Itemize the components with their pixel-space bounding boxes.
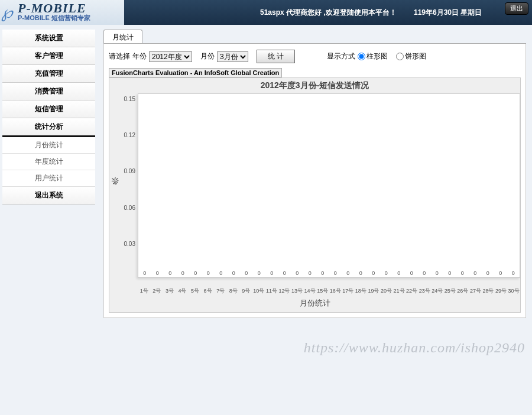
data-label: 0 bbox=[253, 270, 266, 276]
x-tick: 24号 bbox=[431, 288, 444, 294]
data-label: 0 bbox=[406, 270, 419, 276]
radio-pie-input[interactable] bbox=[396, 53, 404, 60]
x-tick: 11号 bbox=[265, 288, 278, 294]
sidebar-item-consume[interactable]: 消费管理 bbox=[2, 83, 95, 100]
radio-bar-input[interactable] bbox=[358, 53, 365, 60]
logo-area: ℘ P-MOBILE P-MOBILE 短信营销专家 bbox=[0, 0, 124, 25]
data-label: 0 bbox=[291, 270, 304, 276]
data-label: 0 bbox=[164, 270, 177, 276]
data-label: 0 bbox=[278, 270, 291, 276]
radio-bar[interactable]: 柱形图 bbox=[358, 51, 388, 61]
data-label: 0 bbox=[202, 270, 215, 276]
x-tick: 29号 bbox=[495, 288, 508, 294]
data-label: 0 bbox=[355, 270, 368, 276]
data-label: 0 bbox=[329, 270, 342, 276]
year-select[interactable]: 2012年度 bbox=[149, 51, 192, 62]
main: 月统计 请选择 年份 2012年度 月份 3月份 统 计 显示方式 柱形图 饼形… bbox=[98, 25, 532, 415]
data-label: 0 bbox=[240, 270, 253, 276]
data-label: 0 bbox=[304, 270, 317, 276]
x-tick: 3号 bbox=[163, 288, 176, 294]
stat-button[interactable]: 统 计 bbox=[257, 50, 295, 63]
x-tick: 10号 bbox=[252, 288, 265, 294]
month-label: 月份 bbox=[200, 51, 215, 61]
x-tick: 5号 bbox=[189, 288, 202, 294]
x-tick: 12号 bbox=[278, 288, 291, 294]
welcome-text: 51aspx 代理商您好 ,欢迎登陆使用本平台！ bbox=[260, 8, 397, 18]
data-label: 0 bbox=[189, 270, 202, 276]
x-tick: 18号 bbox=[355, 288, 368, 294]
sidebar-item-sms[interactable]: 短信管理 bbox=[2, 100, 95, 118]
x-tick: 30号 bbox=[507, 288, 520, 294]
tab-month-stats[interactable]: 月统计 bbox=[103, 30, 142, 43]
submenu-month[interactable]: 月份统计 bbox=[2, 137, 95, 154]
data-label: 0 bbox=[380, 270, 393, 276]
logo-main: P-MOBILE bbox=[18, 2, 124, 14]
sidebar-item-customer[interactable]: 客户管理 bbox=[2, 47, 95, 65]
data-label: 0 bbox=[177, 270, 190, 276]
x-tick: 14号 bbox=[303, 288, 316, 294]
sidebar-item-stats[interactable]: 统计分析 bbox=[2, 118, 95, 137]
filter-row: 请选择 年份 2012年度 月份 3月份 统 计 显示方式 柱形图 饼形图 bbox=[109, 48, 521, 68]
radio-pie[interactable]: 饼形图 bbox=[396, 51, 426, 61]
x-tick: 6号 bbox=[202, 288, 215, 294]
x-tick: 13号 bbox=[291, 288, 304, 294]
data-label: 0 bbox=[138, 270, 151, 276]
date-text: 119年6月30日 星期日 bbox=[414, 8, 482, 18]
data-label: 0 bbox=[431, 270, 444, 276]
x-tick: 28号 bbox=[482, 288, 495, 294]
tabs: 月统计 bbox=[103, 30, 526, 44]
chart-title: 2012年度3月份-短信发送情况 bbox=[109, 78, 520, 93]
sidebar-item-exit[interactable]: 退出系统 bbox=[2, 187, 95, 205]
x-tick: 26号 bbox=[456, 288, 469, 294]
x-tick: 9号 bbox=[240, 288, 253, 294]
data-label: 0 bbox=[418, 270, 431, 276]
x-tick: 22号 bbox=[406, 288, 419, 294]
data-label: 0 bbox=[228, 270, 241, 276]
header: ℘ P-MOBILE P-MOBILE 短信营销专家 51aspx 代理商您好 … bbox=[0, 0, 532, 25]
data-label: 0 bbox=[494, 270, 507, 276]
submenu-user[interactable]: 用户统计 bbox=[2, 170, 95, 187]
sidebar: 系统设置 客户管理 充值管理 消费管理 短信管理 统计分析 月份统计 年度统计 … bbox=[0, 25, 98, 415]
data-label: 0 bbox=[367, 270, 380, 276]
chart: 2012年度3月份-短信发送情况 条 0.15 0.12 0.09 0.06 0… bbox=[109, 77, 521, 313]
data-label: 0 bbox=[443, 270, 456, 276]
x-tick: 1号 bbox=[138, 288, 151, 294]
data-label: 0 bbox=[215, 270, 228, 276]
data-label: 0 bbox=[265, 270, 278, 276]
month-select[interactable]: 3月份 bbox=[217, 51, 248, 62]
chart-eval-banner: FusionCharts Evaluation - An InfoSoft Gl… bbox=[109, 68, 282, 77]
x-tick: 17号 bbox=[342, 288, 355, 294]
sidebar-item-recharge[interactable]: 充值管理 bbox=[2, 65, 95, 83]
display-label: 显示方式 bbox=[327, 51, 355, 61]
data-label: 0 bbox=[507, 270, 520, 276]
data-label: 0 bbox=[469, 270, 482, 276]
year-label: 年份 bbox=[132, 51, 147, 61]
x-tick: 19号 bbox=[367, 288, 380, 294]
x-tick: 21号 bbox=[392, 288, 406, 294]
x-tick: 15号 bbox=[316, 288, 329, 294]
logout-button[interactable]: 退出 bbox=[505, 2, 528, 15]
data-label: 0 bbox=[342, 270, 355, 276]
filter-prompt: 请选择 bbox=[109, 51, 130, 61]
plot-area: 000000000000000000000000000000 bbox=[138, 93, 520, 278]
x-tick: 7号 bbox=[214, 288, 227, 294]
submenu-year[interactable]: 年度统计 bbox=[2, 154, 95, 170]
x-tick: 25号 bbox=[444, 288, 457, 294]
data-label: 0 bbox=[392, 270, 406, 276]
sidebar-item-system[interactable]: 系统设置 bbox=[2, 30, 95, 47]
data-label: 0 bbox=[482, 270, 495, 276]
x-tick: 4号 bbox=[176, 288, 189, 294]
x-tick: 27号 bbox=[469, 288, 482, 294]
x-tick: 23号 bbox=[418, 288, 431, 294]
y-ticks: 0.15 0.12 0.09 0.06 0.03 bbox=[120, 93, 138, 288]
x-axis-title: 月份统计 bbox=[109, 294, 520, 312]
panel: 请选择 年份 2012年度 月份 3月份 统 计 显示方式 柱形图 饼形图 Fu… bbox=[103, 44, 526, 318]
data-label: 0 bbox=[151, 270, 164, 276]
x-tick: 8号 bbox=[227, 288, 240, 294]
data-label: 0 bbox=[456, 270, 469, 276]
x-axis: 1号2号3号4号5号6号7号8号9号10号11号12号13号14号15号16号1… bbox=[109, 288, 520, 294]
watermark: https://www.huzhan.com/ishop2940 bbox=[304, 340, 525, 356]
logo-icon: ℘ bbox=[1, 2, 13, 22]
x-tick: 20号 bbox=[380, 288, 393, 294]
data-label: 0 bbox=[316, 270, 329, 276]
